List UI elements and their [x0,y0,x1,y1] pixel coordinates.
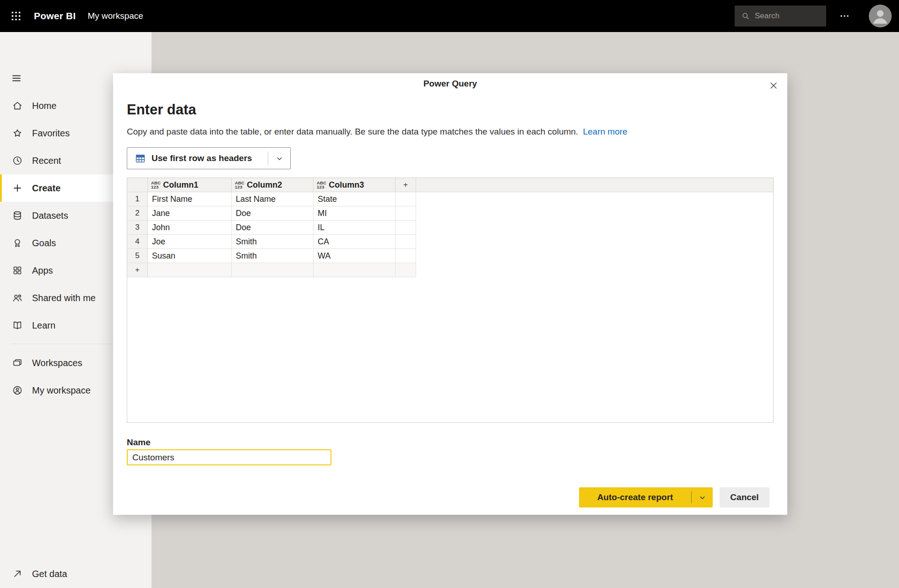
grid-cell-empty[interactable] [148,263,232,277]
grid-cell[interactable]: Smith [232,249,314,263]
table-row: 4 Joe Smith CA [127,235,773,249]
grid-cell-extra[interactable] [395,249,416,263]
sidebar-item-label: Create [32,183,60,194]
auto-create-chevron-icon[interactable] [692,494,713,502]
grid-cell[interactable]: First Name [148,192,232,206]
chevron-down-icon[interactable] [268,155,290,162]
data-entry-grid: ABC 123 Column1 ABC 123 Column2 ABC 123 … [127,178,774,423]
grid-cell[interactable]: Susan [148,249,232,263]
auto-create-report-button[interactable]: Auto-create report [579,487,713,507]
grid-cell[interactable]: WA [314,249,395,263]
grid-cell-extra[interactable] [395,263,416,277]
top-app-bar: Power BI My workspace [0,0,899,32]
search-box[interactable] [735,5,826,27]
grid-cell[interactable]: Last Name [232,192,314,206]
row-number[interactable]: 4 [127,235,148,249]
plus-icon [12,183,23,194]
dialog-description: Copy and paste data into the table, or e… [127,127,628,137]
row-number[interactable]: 3 [127,221,148,235]
table-icon [135,153,146,164]
table-name-input[interactable] [127,449,331,465]
grid-cell[interactable]: John [148,221,232,235]
table-row: 2 Jane Doe MI [127,206,773,221]
use-first-row-headers-button[interactable]: Use first row as headers [127,147,291,169]
data-type-badge[interactable]: ABC 123 [235,181,244,189]
column-name: Column3 [329,180,364,190]
enter-data-heading: Enter data [127,102,196,118]
search-input[interactable] [755,11,819,21]
column-name: Column2 [247,180,282,190]
data-type-badge[interactable]: ABC 123 [151,181,161,189]
column-header-column2[interactable]: ABC 123 Column2 [232,178,314,192]
get-data-icon [12,568,23,579]
grid-cell[interactable]: Smith [232,235,314,249]
description-text: Copy and paste data into the table, or e… [127,127,578,136]
sidebar-item-label: Home [32,101,56,111]
row-number[interactable]: 2 [127,206,148,221]
sidebar-item-label: Goals [32,238,56,248]
row-number[interactable]: 1 [127,192,148,206]
powerbi-logo[interactable]: Power BI [34,11,76,22]
person-circle-icon [12,385,23,396]
data-type-badge[interactable]: ABC 123 [317,181,326,189]
home-icon [12,100,23,111]
nav-collapse-button[interactable] [5,66,28,90]
grid-cell[interactable]: Doe [232,221,314,235]
app-launcher-button[interactable] [0,0,32,32]
medal-icon [12,237,23,248]
grid-cell[interactable]: IL [314,221,395,235]
more-options-button[interactable] [834,5,856,27]
add-row-button[interactable]: + [127,263,148,277]
sidebar-item-label: Learn [32,320,55,331]
sidebar-item-label: My workspace [32,385,91,396]
ellipsis-icon [839,11,850,22]
grid-cell[interactable]: State [314,192,395,206]
sidebar-item-label: Shared with me [32,293,96,303]
get-data-label: Get data [32,569,67,579]
account-avatar[interactable] [869,5,892,27]
people-icon [12,292,23,303]
close-button[interactable] [765,77,782,94]
search-icon [741,11,750,21]
hamburger-icon [11,73,22,84]
grid-cell-extra[interactable] [395,235,416,249]
get-data-button[interactable]: Get data [0,560,152,588]
learn-more-link[interactable]: Learn more [583,127,627,136]
grid-corner-cell[interactable] [127,178,148,192]
column-header-column1[interactable]: ABC 123 Column1 [148,178,232,192]
clock-icon [12,155,23,166]
close-icon [769,81,778,90]
sidebar-item-label: Workspaces [32,358,82,368]
grid-cell[interactable]: Joe [148,235,232,249]
table-row: 1 First Name Last Name State [127,192,773,206]
grid-cell-empty[interactable] [314,263,395,277]
workspace-breadcrumb[interactable]: My workspace [87,11,143,21]
apps-grid-icon [12,265,23,276]
row-number[interactable]: 5 [127,249,148,263]
grid-cell[interactable]: CA [314,235,395,249]
table-row: 3 John Doe IL [127,221,773,235]
book-icon [12,320,23,331]
column-name: Column1 [163,180,198,190]
star-icon [12,128,23,139]
header-filler [416,178,773,192]
column-header-column3[interactable]: ABC 123 Column3 [314,178,395,192]
badge-123: 123 [317,185,326,189]
table-row: 5 Susan Smith WA [127,249,773,263]
add-column-button[interactable]: + [395,178,416,192]
grid-cell-empty[interactable] [232,263,314,277]
sidebar-item-label: Favorites [32,128,70,139]
cancel-button[interactable]: Cancel [720,487,769,507]
name-label: Name [127,437,151,448]
grid-cell-extra[interactable] [395,221,416,235]
badge-123: 123 [235,185,244,189]
badge-123: 123 [151,185,161,189]
database-icon [12,210,23,221]
grid-cell[interactable]: Jane [148,206,232,221]
grid-cell[interactable]: Doe [232,206,314,221]
auto-create-report-label: Auto-create report [579,492,691,502]
grid-cell-extra[interactable] [395,192,416,206]
grid-cell[interactable]: MI [314,206,395,221]
grid-cell-extra[interactable] [395,206,416,221]
dialog-title: Power Query [113,79,787,89]
